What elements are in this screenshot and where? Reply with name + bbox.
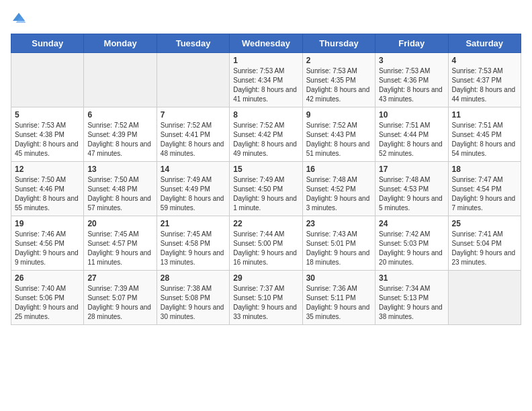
day-info: Sunrise: 7:53 AM Sunset: 4:34 PM Dayligh…: [233, 66, 298, 104]
day-number: 22: [233, 219, 298, 228]
calendar-cell: 5Sunrise: 7:53 AM Sunset: 4:38 PM Daylig…: [11, 107, 84, 162]
calendar-cell: 6Sunrise: 7:52 AM Sunset: 4:39 PM Daylig…: [84, 107, 157, 162]
calendar-cell: 17Sunrise: 7:48 AM Sunset: 4:53 PM Dayli…: [375, 162, 448, 216]
day-number: 25: [452, 219, 517, 228]
calendar-cell: 21Sunrise: 7:45 AM Sunset: 4:58 PM Dayli…: [157, 216, 229, 271]
day-number: 5: [15, 110, 80, 120]
calendar-week-row: 26Sunrise: 7:40 AM Sunset: 5:06 PM Dayli…: [11, 271, 521, 325]
calendar-cell: 28Sunrise: 7:38 AM Sunset: 5:08 PM Dayli…: [157, 271, 229, 325]
header-monday: Monday: [84, 34, 157, 53]
day-info: Sunrise: 7:43 AM Sunset: 5:01 PM Dayligh…: [306, 230, 371, 267]
calendar-cell: 4Sunrise: 7:53 AM Sunset: 4:37 PM Daylig…: [448, 53, 521, 107]
day-info: Sunrise: 7:37 AM Sunset: 5:10 PM Dayligh…: [233, 284, 298, 322]
day-info: Sunrise: 7:50 AM Sunset: 4:48 PM Dayligh…: [87, 175, 152, 213]
day-info: Sunrise: 7:42 AM Sunset: 5:03 PM Dayligh…: [379, 230, 444, 267]
calendar-cell: [157, 53, 229, 107]
calendar-cell: [11, 53, 84, 107]
day-number: 1: [233, 56, 298, 65]
calendar-cell: 26Sunrise: 7:40 AM Sunset: 5:06 PM Dayli…: [11, 271, 84, 325]
calendar-cell: 19Sunrise: 7:46 AM Sunset: 4:56 PM Dayli…: [11, 216, 84, 271]
calendar-cell: 13Sunrise: 7:50 AM Sunset: 4:48 PM Dayli…: [84, 162, 157, 216]
logo-icon: [11, 11, 27, 27]
day-info: Sunrise: 7:53 AM Sunset: 4:35 PM Dayligh…: [306, 66, 371, 104]
day-number: 27: [87, 273, 152, 283]
calendar-cell: 23Sunrise: 7:43 AM Sunset: 5:01 PM Dayli…: [302, 216, 375, 271]
day-number: 9: [306, 110, 371, 120]
day-number: 29: [233, 273, 298, 283]
day-number: 13: [87, 165, 152, 174]
day-info: Sunrise: 7:39 AM Sunset: 5:07 PM Dayligh…: [87, 284, 152, 322]
day-number: 3: [379, 56, 444, 65]
calendar-cell: 12Sunrise: 7:50 AM Sunset: 4:46 PM Dayli…: [11, 162, 84, 216]
day-number: 15: [233, 165, 298, 174]
day-info: Sunrise: 7:49 AM Sunset: 4:50 PM Dayligh…: [233, 175, 298, 213]
day-info: Sunrise: 7:40 AM Sunset: 5:06 PM Dayligh…: [15, 284, 80, 322]
day-number: 18: [452, 165, 517, 174]
header-thursday: Thursday: [302, 34, 375, 53]
calendar-cell: 7Sunrise: 7:52 AM Sunset: 4:41 PM Daylig…: [157, 107, 229, 162]
day-info: Sunrise: 7:38 AM Sunset: 5:08 PM Dayligh…: [161, 284, 226, 322]
day-number: 24: [379, 219, 444, 228]
day-info: Sunrise: 7:52 AM Sunset: 4:39 PM Dayligh…: [87, 121, 152, 158]
day-info: Sunrise: 7:51 AM Sunset: 4:44 PM Dayligh…: [379, 121, 444, 158]
calendar-cell: 11Sunrise: 7:51 AM Sunset: 4:45 PM Dayli…: [448, 107, 521, 162]
calendar-header: Sunday Monday Tuesday Wednesday Thursday…: [11, 34, 521, 53]
calendar-cell: 18Sunrise: 7:47 AM Sunset: 4:54 PM Dayli…: [448, 162, 521, 216]
calendar-cell: 29Sunrise: 7:37 AM Sunset: 5:10 PM Dayli…: [230, 271, 302, 325]
day-info: Sunrise: 7:50 AM Sunset: 4:46 PM Dayligh…: [15, 175, 80, 213]
calendar-cell: [448, 271, 521, 325]
day-number: 6: [87, 110, 152, 120]
header: [11, 11, 521, 27]
calendar-week-row: 12Sunrise: 7:50 AM Sunset: 4:46 PM Dayli…: [11, 162, 521, 216]
day-number: 8: [233, 110, 298, 120]
day-info: Sunrise: 7:44 AM Sunset: 5:00 PM Dayligh…: [233, 230, 298, 267]
calendar-cell: [84, 53, 157, 107]
day-info: Sunrise: 7:48 AM Sunset: 4:53 PM Dayligh…: [379, 175, 444, 213]
day-info: Sunrise: 7:53 AM Sunset: 4:37 PM Dayligh…: [452, 66, 517, 104]
calendar-cell: 27Sunrise: 7:39 AM Sunset: 5:07 PM Dayli…: [84, 271, 157, 325]
day-number: 28: [161, 273, 226, 283]
logo: [11, 11, 30, 27]
day-number: 20: [87, 219, 152, 228]
day-info: Sunrise: 7:53 AM Sunset: 4:36 PM Dayligh…: [379, 66, 444, 104]
header-tuesday: Tuesday: [157, 34, 229, 53]
calendar-body: 1Sunrise: 7:53 AM Sunset: 4:34 PM Daylig…: [11, 53, 521, 325]
day-info: Sunrise: 7:41 AM Sunset: 5:04 PM Dayligh…: [452, 230, 517, 267]
day-number: 14: [161, 165, 226, 174]
day-info: Sunrise: 7:52 AM Sunset: 4:41 PM Dayligh…: [161, 121, 226, 158]
calendar-cell: 25Sunrise: 7:41 AM Sunset: 5:04 PM Dayli…: [448, 216, 521, 271]
day-info: Sunrise: 7:46 AM Sunset: 4:56 PM Dayligh…: [15, 230, 80, 267]
calendar-cell: 24Sunrise: 7:42 AM Sunset: 5:03 PM Dayli…: [375, 216, 448, 271]
calendar-cell: 9Sunrise: 7:52 AM Sunset: 4:43 PM Daylig…: [302, 107, 375, 162]
calendar-cell: 16Sunrise: 7:48 AM Sunset: 4:52 PM Dayli…: [302, 162, 375, 216]
calendar-cell: 31Sunrise: 7:34 AM Sunset: 5:13 PM Dayli…: [375, 271, 448, 325]
header-friday: Friday: [375, 34, 448, 53]
day-info: Sunrise: 7:45 AM Sunset: 4:58 PM Dayligh…: [161, 230, 226, 267]
header-saturday: Saturday: [448, 34, 521, 53]
calendar-cell: 2Sunrise: 7:53 AM Sunset: 4:35 PM Daylig…: [302, 53, 375, 107]
calendar-cell: 1Sunrise: 7:53 AM Sunset: 4:34 PM Daylig…: [230, 53, 302, 107]
calendar-cell: 3Sunrise: 7:53 AM Sunset: 4:36 PM Daylig…: [375, 53, 448, 107]
day-number: 23: [306, 219, 371, 228]
day-info: Sunrise: 7:47 AM Sunset: 4:54 PM Dayligh…: [452, 175, 517, 213]
day-number: 26: [15, 273, 80, 283]
calendar-cell: 30Sunrise: 7:36 AM Sunset: 5:11 PM Dayli…: [302, 271, 375, 325]
header-row: Sunday Monday Tuesday Wednesday Thursday…: [11, 34, 521, 53]
calendar-table: Sunday Monday Tuesday Wednesday Thursday…: [11, 34, 521, 325]
day-info: Sunrise: 7:53 AM Sunset: 4:38 PM Dayligh…: [15, 121, 80, 158]
header-sunday: Sunday: [11, 34, 84, 53]
day-number: 19: [15, 219, 80, 228]
day-number: 12: [15, 165, 80, 174]
day-number: 4: [452, 56, 517, 65]
header-wednesday: Wednesday: [230, 34, 302, 53]
calendar-cell: 10Sunrise: 7:51 AM Sunset: 4:44 PM Dayli…: [375, 107, 448, 162]
day-info: Sunrise: 7:48 AM Sunset: 4:52 PM Dayligh…: [306, 175, 371, 213]
day-info: Sunrise: 7:45 AM Sunset: 4:57 PM Dayligh…: [87, 230, 152, 267]
calendar-cell: 8Sunrise: 7:52 AM Sunset: 4:42 PM Daylig…: [230, 107, 302, 162]
day-info: Sunrise: 7:36 AM Sunset: 5:11 PM Dayligh…: [306, 284, 371, 322]
calendar-cell: 20Sunrise: 7:45 AM Sunset: 4:57 PM Dayli…: [84, 216, 157, 271]
calendar-week-row: 1Sunrise: 7:53 AM Sunset: 4:34 PM Daylig…: [11, 53, 521, 107]
calendar-cell: 22Sunrise: 7:44 AM Sunset: 5:00 PM Dayli…: [230, 216, 302, 271]
day-number: 31: [379, 273, 444, 283]
calendar-cell: 15Sunrise: 7:49 AM Sunset: 4:50 PM Dayli…: [230, 162, 302, 216]
